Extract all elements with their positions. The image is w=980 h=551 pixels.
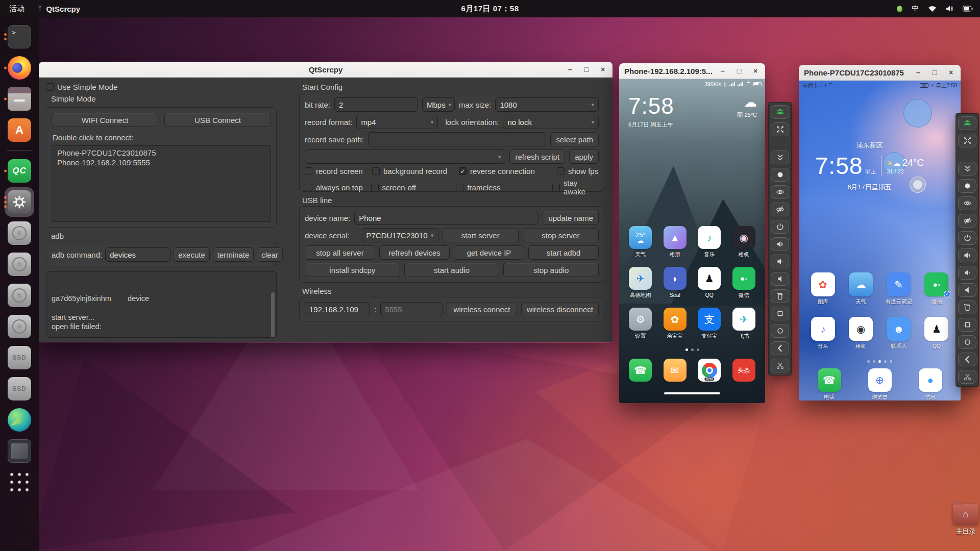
device-list-item[interactable]: Phone-P7CDU17C23010875 [55, 148, 267, 158]
app-设置[interactable]: ⚙设置 [629, 308, 652, 340]
screen-off-checkbox[interactable]: screen-off [371, 179, 454, 196]
app-qq[interactable]: ♟QQ [924, 317, 948, 350]
app-messages-app[interactable]: ✉ [664, 359, 687, 382]
close-button[interactable]: × [750, 65, 761, 77]
activities-button[interactable]: 活动 [9, 4, 24, 14]
record-save-path-input[interactable] [368, 132, 547, 146]
clock[interactable]: 6月17日 07：58 [461, 4, 519, 14]
volume-up-button[interactable] [958, 248, 976, 262]
fullscreen-button[interactable] [771, 122, 789, 136]
dock-item-disc-3[interactable] [3, 281, 36, 310]
reverse-connection-checkbox[interactable]: ✓reverse connection [459, 167, 555, 176]
screen-off-button[interactable] [958, 214, 976, 228]
home-folder-shortcut[interactable]: ⌂ 主目录 [950, 504, 980, 536]
wireless-ip-input[interactable] [305, 302, 370, 316]
device-serial-select[interactable]: P7CDU17C23010▾ [362, 228, 438, 242]
device-list[interactable]: Phone-P7CDU17C23010875Phone-192.168.2.10… [52, 145, 271, 222]
volume-mute-button[interactable] [771, 272, 789, 286]
volume-down-button[interactable] [958, 266, 976, 280]
expand-notification-button[interactable] [771, 151, 789, 164]
apply-button[interactable]: apply [569, 149, 599, 164]
rotate-screen-button[interactable] [771, 289, 789, 303]
refresh-script-button[interactable]: refresh script [509, 149, 565, 164]
dock-item-disc-2[interactable] [3, 250, 36, 279]
home-button[interactable] [958, 335, 976, 349]
screenshot-button[interactable] [771, 359, 789, 372]
maximize-button[interactable]: □ [929, 67, 940, 78]
select-path-button[interactable]: select path [550, 132, 599, 146]
dock-item-firefox[interactable] [3, 54, 36, 82]
background-record-checkbox[interactable]: background record [372, 167, 457, 176]
back-button[interactable] [771, 341, 789, 355]
app-信息[interactable]: ●信息 [919, 368, 942, 400]
app-switch-button[interactable] [771, 307, 789, 320]
maximize-button[interactable]: □ [581, 64, 592, 75]
app-qq[interactable]: ♟QQ [698, 267, 721, 299]
phone2-mirror-screen[interactable]: 未插卡 50 ⚡ 早上7:58 浦东新区 7:58 早上 ☀☁ [799, 81, 961, 400]
input-method-indicator[interactable]: 中 [912, 4, 919, 13]
execute-button[interactable]: execute [174, 247, 210, 262]
wireless-disconnect-button[interactable]: wireless disconnect [521, 302, 599, 316]
app-有道云笔记[interactable]: ✎有道云笔记 [885, 272, 912, 306]
screenshot-button[interactable] [958, 370, 976, 384]
phone1-home-indicator[interactable] [664, 392, 720, 394]
refresh-devices-button[interactable]: refresh devices [379, 245, 450, 260]
screen-off-button[interactable] [771, 203, 789, 216]
dock-item-ssd-2[interactable]: SSD [3, 374, 36, 403]
focused-app-menu[interactable]: ᛉ QtScrcpy [38, 5, 80, 13]
expand-notification-button[interactable] [958, 162, 976, 176]
app-飞书[interactable]: ✈飞书 [732, 308, 755, 340]
dock-item-qtscrcpy-qc[interactable]: QC [3, 157, 36, 185]
clear-button[interactable]: clear [257, 247, 283, 262]
app-相机[interactable]: ◉相机 [732, 226, 755, 258]
usb-connect-button[interactable]: USB Connect [164, 113, 271, 127]
minimize-button[interactable]: – [913, 67, 924, 78]
app-亲宝宝[interactable]: ✿亲宝宝 [664, 308, 687, 340]
show-fps-checkbox[interactable]: show fps [557, 167, 598, 176]
app-音乐[interactable]: ♪音乐 [698, 226, 721, 258]
wireless-port-input[interactable] [380, 302, 443, 316]
frameless-checkbox[interactable]: frameless [456, 179, 550, 196]
power-button[interactable] [771, 220, 789, 234]
app-switch-button[interactable] [958, 318, 976, 332]
lock-orientation-select[interactable]: no lock▾ [503, 115, 599, 129]
rotate-screen-button[interactable] [958, 300, 976, 314]
terminate-button[interactable]: terminate [213, 247, 254, 262]
stop-audio-button[interactable]: stop audio [503, 263, 599, 277]
screen-on-button[interactable] [771, 185, 789, 199]
dock-item-tablet-device[interactable] [3, 437, 36, 465]
get-device-ip-button[interactable]: get device IP [454, 245, 524, 260]
app-高德地图[interactable]: ✈高德地图 [629, 267, 652, 299]
touch-button[interactable] [771, 168, 789, 182]
fullscreen-button[interactable] [958, 134, 976, 147]
use-simple-mode-checkbox[interactable]: Use Simple Mode [46, 83, 117, 91]
record-screen-checkbox[interactable]: record screen [305, 167, 370, 176]
back-button[interactable] [958, 353, 976, 366]
bit-rate-input[interactable] [334, 97, 418, 112]
max-size-select[interactable]: 1080▾ [495, 97, 599, 112]
close-button[interactable]: × [597, 64, 608, 75]
close-button[interactable]: × [945, 67, 957, 78]
dock-item-terminal[interactable]: >_ [3, 22, 36, 51]
stop-all-server-button[interactable]: stop all server [305, 245, 375, 260]
qtscrcpy-titlebar[interactable]: QtScrcpy – □ × [39, 62, 612, 78]
app-toutiao-app[interactable]: 头条 [732, 359, 755, 382]
app-电话[interactable]: ☎电话 [818, 368, 841, 400]
dock-item-files[interactable] [3, 85, 36, 113]
dock-item-ubuntu-software[interactable]: A [3, 116, 36, 144]
app-支付宝[interactable]: 支支付宝 [698, 308, 721, 340]
adb-command-input[interactable] [105, 247, 170, 262]
wireless-connect-button[interactable]: wireless connect [447, 302, 517, 316]
group-control-button[interactable] [771, 105, 789, 119]
device-name-input[interactable] [354, 211, 538, 225]
start-adbd-button[interactable]: start adbd [528, 245, 599, 260]
app-天气[interactable]: ☁天气 [849, 272, 873, 306]
app-微信[interactable]: ●◦✓微信 [924, 272, 948, 306]
record-format-select[interactable]: mp4▾ [356, 115, 438, 129]
script-select[interactable]: ▾ [305, 149, 505, 164]
home-button[interactable] [771, 324, 789, 338]
wifi-icon[interactable] [928, 5, 937, 12]
dock-item-disc-1[interactable] [3, 219, 36, 247]
start-audio-button[interactable]: start audio [404, 263, 500, 277]
dock-item-settings-active[interactable] [3, 188, 36, 216]
